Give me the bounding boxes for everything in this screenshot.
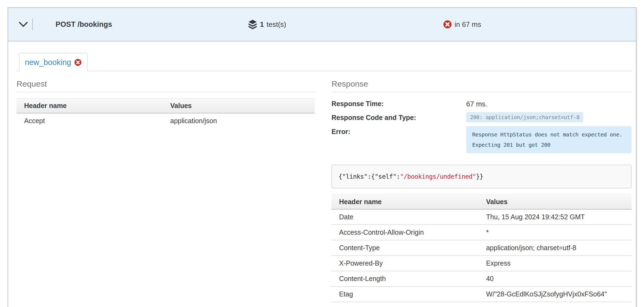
response-details: Response Time: 67 ms. Response Code and … — [331, 98, 632, 153]
column-header-values: Values — [163, 99, 315, 113]
panel-header[interactable]: POST /bookings 1 test(s) in 67 ms — [8, 8, 636, 41]
error-label: Error: — [331, 126, 466, 136]
error-row: Error: Response HttpStatus does not matc… — [331, 126, 632, 153]
header-divider — [32, 18, 33, 30]
header-name-cell: Content-Type — [331, 240, 478, 256]
error-line: Expecting 201 but got 200 — [472, 140, 626, 150]
chevron-down-icon[interactable] — [18, 21, 28, 28]
tab-new-booking[interactable]: new_booking — [19, 53, 88, 71]
x-circle-icon — [443, 20, 452, 29]
header-name-cell: Date — [331, 209, 478, 225]
request-headers-table: Header name Values Accept application/js… — [17, 98, 315, 128]
response-code-label: Response Code and Type: — [331, 112, 466, 122]
response-rule — [331, 92, 632, 92]
request-result-panel: POST /bookings 1 test(s) in 67 ms — [8, 7, 636, 307]
table-row: Content-Length 40 — [331, 271, 632, 286]
table-header-row: Header name Values — [331, 195, 632, 210]
column-header-values: Values — [478, 195, 632, 210]
time-text: in 67 ms — [455, 20, 481, 29]
request-heading: Request — [17, 79, 315, 89]
json-prefix: {"links":{"self": — [339, 173, 400, 180]
request-rule — [17, 92, 315, 92]
tab-failure-x-circle-icon[interactable] — [74, 59, 82, 66]
table-row: X-Powered-By Express — [331, 256, 632, 271]
result-time: in 67 ms — [443, 20, 481, 29]
header-value-cell: application/json — [163, 113, 315, 128]
tabs-bar: new_booking — [17, 53, 632, 71]
json-string-value: "/bookings/undefined" — [400, 173, 476, 180]
header-value-cell: Thu, 15 Aug 2024 19:42:52 GMT — [478, 209, 632, 225]
response-headers-wrap: Header name Values Date Thu, 15 Aug 2024… — [331, 194, 632, 302]
panel-body: new_booking Request — [8, 41, 636, 302]
error-line: Response HttpStatus does not match expec… — [472, 129, 626, 140]
table-row: Access-Control-Allow-Origin * — [331, 225, 632, 240]
response-section: Response Response Time: 67 ms. Response … — [331, 79, 632, 302]
tests-count: 1 — [260, 20, 264, 29]
request-title: POST /bookings — [56, 20, 112, 29]
response-headers-table: Header name Values Date Thu, 15 Aug 2024… — [331, 194, 632, 302]
layers-icon — [248, 19, 257, 29]
tests-summary: 1 test(s) — [248, 19, 286, 29]
request-section: Request Header name Values Accept applic… — [17, 79, 315, 302]
header-name-cell: X-Powered-By — [331, 256, 478, 271]
response-heading: Response — [331, 79, 632, 89]
response-time-value: 67 ms. — [466, 98, 487, 108]
response-time-row: Response Time: 67 ms. — [331, 98, 632, 108]
header-name-cell: Access-Control-Allow-Origin — [331, 225, 478, 240]
column-header-name: Header name — [17, 99, 163, 113]
table-header-row: Header name Values — [17, 99, 315, 113]
header-value-cell: W/"28-GcEdlKoSJjZsofygHVjx0xFSo64" — [478, 286, 632, 302]
response-code-badge: 200: application/json;charset=utf-8 — [466, 112, 583, 122]
header-value-cell: 40 — [478, 271, 632, 286]
tests-label: test(s) — [266, 20, 286, 29]
error-alert: Response HttpStatus does not match expec… — [466, 126, 632, 153]
table-row: Date Thu, 15 Aug 2024 19:42:52 GMT — [331, 209, 632, 225]
response-body-code: {"links":{"self":"/bookings/undefined"}} — [331, 165, 632, 188]
header-name-cell: Accept — [17, 113, 163, 128]
header-name-cell: Content-Length — [331, 271, 478, 286]
column-header-name: Header name — [331, 195, 478, 210]
header-value-cell: application/json; charset=utf-8 — [478, 240, 632, 256]
header-name-cell: Etag — [331, 286, 478, 302]
table-row: Content-Type application/json; charset=u… — [331, 240, 632, 256]
table-row: Etag W/"28-GcEdlKoSJjZsofygHVjx0xFSo64" — [331, 286, 632, 302]
response-code-row: Response Code and Type: 200: application… — [331, 112, 632, 122]
json-suffix: }} — [476, 173, 483, 180]
table-row: Accept application/json — [17, 113, 315, 128]
header-value-cell: Express — [478, 256, 632, 271]
tab-label: new_booking — [25, 58, 71, 67]
response-time-label: Response Time: — [331, 98, 466, 108]
header-value-cell: * — [478, 225, 632, 240]
